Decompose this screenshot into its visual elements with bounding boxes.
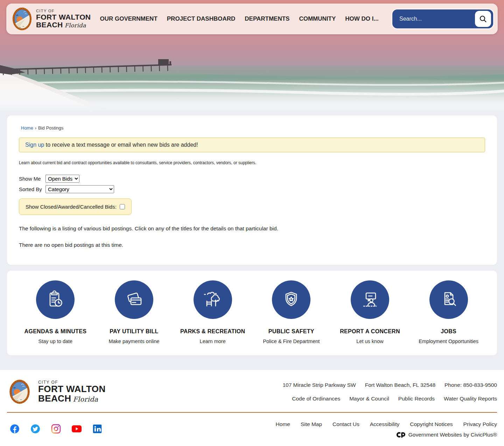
breadcrumb-separator: ›: [35, 125, 36, 131]
search-input[interactable]: [399, 15, 475, 22]
brand-state: Florida: [65, 22, 86, 29]
report-a-concern-button[interactable]: [351, 280, 389, 319]
footer-link-code-of-ordinances[interactable]: Code of Ordinances: [292, 396, 340, 402]
intro-text: Learn about current bid and contract opp…: [19, 160, 487, 165]
public-safety-button[interactable]: [272, 280, 310, 319]
breadcrumb-home-link[interactable]: Home: [21, 125, 33, 131]
resume-magnifier-icon: [438, 288, 460, 311]
footer-address: 107 Miracle Strip Parkway SW: [282, 382, 356, 388]
bid-postings-card: Home›Bid Postings Sign up to receive a t…: [7, 116, 497, 265]
footer-brand-state: Florida: [73, 395, 98, 403]
nav-community[interactable]: COMMUNITY: [299, 15, 336, 22]
quick-link-title[interactable]: PAY UTILITY BILL: [110, 328, 158, 335]
hero-section: CITY OF FORT WALTON BEACHFlorida OUR GOV…: [0, 0, 504, 112]
footer-link-contact-us[interactable]: Contact Us: [332, 421, 359, 427]
city-seal-icon: [12, 7, 32, 31]
footer-address-row: 107 Miracle Strip Parkway SW Fort Walton…: [282, 382, 497, 388]
sorted-by-select[interactable]: Category: [46, 185, 114, 193]
signup-banner: Sign up to receive a text message or ema…: [19, 138, 485, 152]
empty-listing-message: There are no open bid postings at this t…: [19, 242, 487, 248]
footer-link-public-records[interactable]: Public Records: [398, 396, 435, 402]
footer-link-home[interactable]: Home: [276, 421, 290, 427]
agendas-minutes-button[interactable]: [36, 280, 75, 319]
pay-utility-bill-button[interactable]: [115, 280, 153, 319]
footer-city-state-zip: Fort Walton Beach, FL 32548: [365, 382, 435, 388]
signup-banner-text: to receive a text message or email when …: [44, 142, 198, 148]
main-nav: OUR GOVERNMENT PROJECT DASHBOARD DEPARTM…: [100, 15, 391, 22]
brand-name-line2: BEACH: [36, 21, 63, 29]
footer-link-site-map[interactable]: Site Map: [301, 421, 322, 427]
quick-link-jobs: JOBS Employment Opportunities: [409, 280, 488, 344]
twitter-icon[interactable]: [30, 424, 40, 434]
show-me-select[interactable]: Open Bids: [46, 175, 79, 183]
nav-our-government[interactable]: OUR GOVERNMENT: [100, 15, 157, 22]
show-me-label: Show Me: [19, 176, 46, 182]
quick-links-section: AGENDAS & MINUTES Stay up to date PAY UT…: [7, 271, 497, 355]
quick-link-parks: PARKS & RECREATION Learn more: [173, 280, 252, 344]
listing-description: The following is a listing of various bi…: [19, 225, 487, 232]
clipboard-clock-icon: [44, 288, 66, 311]
signup-link[interactable]: Sign up: [25, 142, 44, 148]
quick-link-title[interactable]: REPORT A CONCERN: [340, 328, 400, 335]
quick-link-title[interactable]: PUBLIC SAFETY: [268, 328, 314, 335]
breadcrumb-current: Bid Postings: [38, 125, 63, 131]
page-background: Home›Bid Postings Sign up to receive a t…: [0, 112, 504, 370]
sorted-by-label: Sorted By: [19, 186, 46, 192]
social-links: [10, 424, 102, 434]
instagram-icon[interactable]: [51, 424, 61, 434]
breadcrumb: Home›Bid Postings: [21, 125, 487, 131]
quick-link-subtitle: Let us know: [356, 339, 383, 344]
footer-links-row-1: Code of Ordinances Mayor & Council Publi…: [292, 396, 497, 402]
search-box: [391, 8, 494, 29]
closed-bids-label: Show Closed/Awarded/Cancelled Bids:: [26, 204, 117, 210]
footer-link-privacy[interactable]: Privacy Policy: [463, 421, 497, 427]
sorted-by-row: Sorted By Category: [19, 185, 487, 193]
footer-link-mayor-council[interactable]: Mayor & Council: [349, 396, 389, 402]
footer-link-water-quality[interactable]: Water Quality Reports: [444, 396, 497, 402]
footer-links-row-2: Home Site Map Contact Us Accessibility C…: [276, 421, 497, 427]
nav-how-do-i[interactable]: HOW DO I...: [345, 15, 378, 22]
facebook-icon[interactable]: [10, 424, 20, 434]
footer: CITY OF FORT WALTON BEACHFlorida 107 Mir…: [0, 370, 504, 444]
top-navigation-bar: CITY OF FORT WALTON BEACHFlorida OUR GOV…: [6, 4, 498, 34]
brand-name-line1: FORT WALTON: [36, 13, 91, 21]
quick-link-safety: PUBLIC SAFETY Police & Fire Department: [252, 280, 331, 344]
quick-link-subtitle: Employment Opportunities: [419, 339, 478, 344]
footer-divider: [7, 412, 497, 413]
quick-link-subtitle: Make payments online: [108, 339, 159, 344]
quick-link-title[interactable]: AGENDAS & MINUTES: [24, 328, 87, 335]
search-button[interactable]: [475, 11, 491, 27]
city-seal-icon: [7, 379, 32, 404]
quick-link-title[interactable]: JOBS: [441, 328, 456, 335]
footer-link-accessibility[interactable]: Accessibility: [370, 421, 399, 427]
site-logo[interactable]: CITY OF FORT WALTON BEACHFlorida: [12, 7, 91, 31]
footer-link-copyright[interactable]: Copyright Notices: [410, 421, 453, 427]
shield-star-icon: [280, 288, 302, 311]
footer-brand-name-line2: BEACH: [38, 393, 71, 404]
park-tree-bench-icon: [202, 288, 224, 311]
quick-link-concern: REPORT A CONCERN Let us know: [331, 280, 410, 344]
magnifier-icon: [479, 15, 487, 23]
jobs-button[interactable]: [429, 280, 468, 319]
closed-bids-filter: Show Closed/Awarded/Cancelled Bids:: [19, 198, 132, 215]
quick-link-title[interactable]: PARKS & RECREATION: [180, 328, 245, 335]
linkedin-icon[interactable]: [92, 424, 102, 434]
civicplus-credit: Government Websites by CivicPlus®: [396, 432, 497, 438]
parks-recreation-button[interactable]: [194, 280, 232, 319]
youtube-icon[interactable]: [72, 424, 82, 434]
footer-phone[interactable]: Phone: 850-833-9500: [444, 382, 497, 388]
nav-project-dashboard[interactable]: PROJECT DASHBOARD: [167, 15, 236, 22]
show-me-row: Show Me Open Bids: [19, 175, 487, 183]
civicplus-text[interactable]: Government Websites by CivicPlus®: [408, 432, 497, 438]
quick-link-subtitle: Police & Fire Department: [263, 339, 320, 344]
quick-link-subtitle: Stay up to date: [38, 339, 73, 344]
nav-departments[interactable]: DEPARTMENTS: [245, 15, 289, 22]
credit-card-icon: [123, 288, 145, 311]
closed-bids-checkbox[interactable]: [120, 204, 125, 209]
footer-brand-name-line1: FORT WALTON: [38, 384, 106, 394]
footer-logo[interactable]: CITY OF FORT WALTON BEACHFlorida: [7, 379, 106, 404]
person-speech-bubble-icon: [359, 288, 381, 311]
quick-link-utility: PAY UTILITY BILL Make payments online: [95, 280, 174, 344]
quick-link-subtitle: Learn more: [200, 339, 226, 344]
quick-link-agendas: AGENDAS & MINUTES Stay up to date: [16, 280, 95, 344]
